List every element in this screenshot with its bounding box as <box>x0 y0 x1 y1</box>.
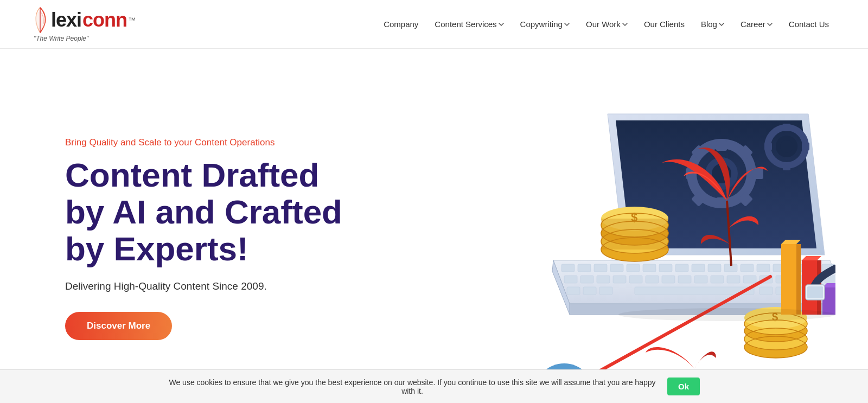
nav-label-copywriting: Copywriting <box>520 20 563 29</box>
svg-rect-46 <box>629 276 642 283</box>
svg-rect-18 <box>783 163 790 170</box>
svg-rect-63 <box>760 287 773 295</box>
chevron-down-icon <box>719 22 724 27</box>
hero-illustration-svg: $ $ <box>456 81 835 396</box>
cookie-banner: We use cookies to ensure that we give yo… <box>0 369 868 403</box>
svg-rect-62 <box>635 287 754 295</box>
hero-title: Content Drafted by AI and Crafted by Exp… <box>65 157 342 268</box>
svg-rect-28 <box>610 264 623 272</box>
svg-rect-26 <box>578 264 591 272</box>
nav-label-content-services: Content Services <box>435 20 496 29</box>
svg-rect-47 <box>646 276 659 283</box>
svg-rect-44 <box>597 276 610 283</box>
nav-item-our-work[interactable]: Our Work <box>579 15 634 33</box>
svg-point-21 <box>780 140 793 153</box>
main-nav: Company Content Services Copywriting Our… <box>377 15 835 33</box>
svg-rect-61 <box>599 287 612 295</box>
logo[interactable]: lexiconn™ "The Write People" <box>33 7 135 42</box>
svg-rect-20 <box>802 143 809 150</box>
nav-item-blog[interactable]: Blog <box>694 15 731 33</box>
svg-rect-45 <box>613 276 626 283</box>
nav-label-our-clients: Our Clients <box>644 20 685 29</box>
chevron-down-icon <box>564 22 570 27</box>
hero-subtitle: Bring Quality and Scale to your Content … <box>65 137 342 148</box>
logo-tagline: "The Write People" <box>34 35 88 42</box>
svg-rect-49 <box>678 276 691 283</box>
svg-rect-30 <box>643 264 656 272</box>
cookie-ok-button[interactable]: Ok <box>667 378 700 395</box>
svg-rect-43 <box>580 276 593 283</box>
svg-rect-29 <box>627 264 640 272</box>
hero-illustration: $ $ <box>342 81 835 396</box>
svg-rect-31 <box>659 264 672 272</box>
nav-item-our-clients[interactable]: Our Clients <box>637 15 691 33</box>
logo-name: lexiconn™ <box>33 7 135 34</box>
svg-rect-42 <box>564 276 577 283</box>
chevron-down-icon <box>622 22 628 27</box>
discover-more-button[interactable]: Discover More <box>65 312 172 340</box>
svg-marker-93 <box>802 256 821 260</box>
svg-point-119 <box>618 308 835 321</box>
svg-rect-89 <box>796 244 801 315</box>
nav-item-career[interactable]: Career <box>734 15 779 33</box>
chevron-down-icon <box>499 22 504 27</box>
nav-item-company[interactable]: Company <box>377 15 425 33</box>
hero-section: Bring Quality and Scale to your Content … <box>0 49 868 396</box>
svg-rect-9 <box>752 168 763 179</box>
svg-rect-34 <box>708 264 721 272</box>
svg-rect-59 <box>567 287 580 295</box>
chevron-down-icon <box>767 22 773 27</box>
svg-rect-17 <box>783 124 790 131</box>
nav-label-contact-us: Contact Us <box>789 20 829 29</box>
feather-icon <box>33 7 48 34</box>
nav-item-content-services[interactable]: Content Services <box>428 15 510 33</box>
header: lexiconn™ "The Write People" Company Con… <box>0 0 868 49</box>
svg-rect-52 <box>727 276 740 283</box>
svg-rect-25 <box>561 264 575 272</box>
hero-description: Delivering High-Quality Content Since 20… <box>65 280 342 292</box>
svg-rect-37 <box>757 264 770 272</box>
logo-conn: conn <box>82 10 127 30</box>
svg-rect-60 <box>583 287 596 295</box>
svg-rect-27 <box>594 264 607 272</box>
nav-label-our-work: Our Work <box>586 20 621 29</box>
svg-rect-50 <box>694 276 707 283</box>
nav-item-contact-us[interactable]: Contact Us <box>782 15 835 33</box>
cookie-message: We use cookies to ensure that we give yo… <box>168 378 656 395</box>
svg-rect-36 <box>741 264 754 272</box>
svg-rect-48 <box>662 276 675 283</box>
svg-rect-19 <box>764 143 772 150</box>
hero-text-block: Bring Quality and Scale to your Content … <box>65 137 342 341</box>
svg-rect-6 <box>716 140 727 151</box>
nav-label-career: Career <box>741 20 765 29</box>
svg-rect-33 <box>692 264 705 272</box>
nav-label-blog: Blog <box>701 20 717 29</box>
svg-rect-114 <box>807 286 823 298</box>
svg-rect-32 <box>675 264 688 272</box>
logo-trademark: ™ <box>128 16 135 24</box>
svg-rect-53 <box>743 276 756 283</box>
nav-item-copywriting[interactable]: Copywriting <box>514 15 576 33</box>
logo-lexi: lexi <box>51 10 81 30</box>
nav-label-company: Company <box>384 20 418 29</box>
svg-rect-51 <box>711 276 724 283</box>
svg-rect-88 <box>781 244 796 315</box>
